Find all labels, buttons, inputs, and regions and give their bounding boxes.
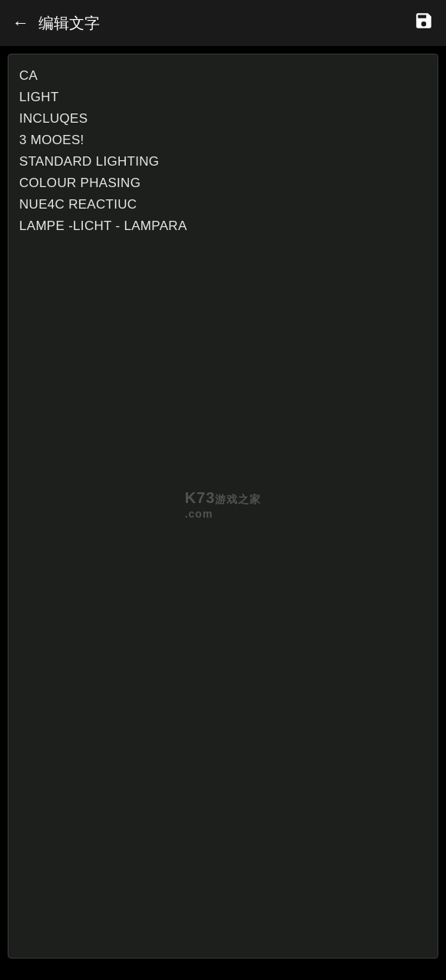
page-title: 编辑文字	[38, 13, 100, 34]
text-line: COLOUR PHASING	[19, 173, 427, 194]
text-line: NUE4C REACTIUC	[19, 194, 427, 215]
save-button[interactable]	[414, 11, 434, 35]
text-line: LAMPE -LICHT - LAMPARA	[19, 215, 427, 237]
text-line: LIGHT	[19, 87, 427, 108]
text-line: 3 MOOES!	[19, 130, 427, 151]
text-line: INCLUQES	[19, 108, 427, 130]
text-editor-area[interactable]: CALIGHTINCLUQES3 MOOES!STANDARD LIGHTING…	[8, 54, 438, 959]
watermark: K73游戏之家.com	[185, 489, 262, 521]
text-line: CA	[19, 65, 427, 87]
editor-text-content: CALIGHTINCLUQES3 MOOES!STANDARD LIGHTING…	[19, 65, 427, 237]
app-header: ← 编辑文字	[0, 0, 446, 46]
header-left: ← 编辑文字	[12, 13, 100, 34]
text-line: STANDARD LIGHTING	[19, 151, 427, 173]
back-button[interactable]: ←	[12, 15, 29, 31]
